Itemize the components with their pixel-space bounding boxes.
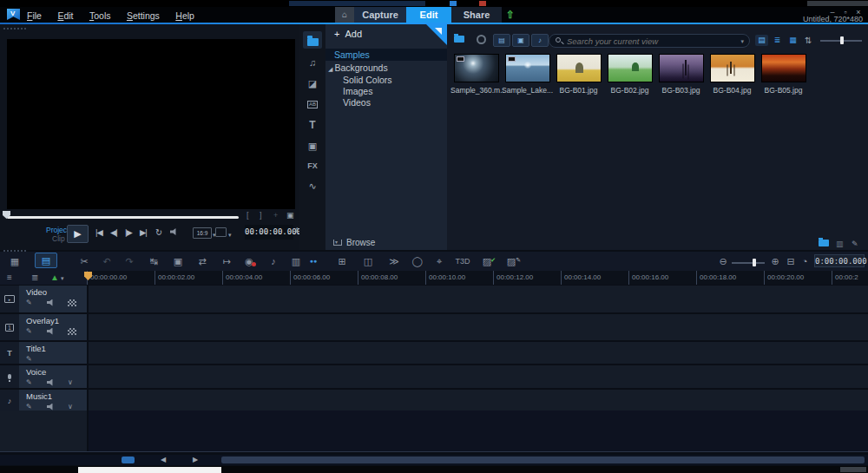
step-back-button[interactable]: ◀| bbox=[110, 227, 117, 237]
panel-grip[interactable] bbox=[3, 28, 26, 30]
menu-help[interactable]: Help bbox=[169, 8, 201, 23]
ripple-all-button[interactable]: ▲ bbox=[50, 273, 59, 282]
color-grading-button[interactable]: ●● bbox=[306, 254, 321, 268]
title-category-button[interactable]: T bbox=[303, 116, 322, 134]
redo-button[interactable]: ↷ bbox=[122, 254, 137, 268]
loop-button[interactable]: ↻ bbox=[155, 227, 162, 237]
split-clip-button[interactable]: + bbox=[273, 211, 278, 220]
thumbnail-size-slider[interactable] bbox=[820, 40, 862, 42]
pennant-flag-icon[interactable] bbox=[426, 24, 447, 45]
gallery-import-button[interactable] bbox=[819, 240, 829, 248]
preview-timecode[interactable]: 00:00:00.000 bbox=[245, 225, 293, 240]
mask-creator-button[interactable]: ▨✔ bbox=[479, 254, 495, 268]
edit-pencil-icon[interactable]: ✎ bbox=[26, 355, 47, 363]
3d-title-button[interactable]: T3D bbox=[455, 254, 470, 268]
timeline-zoom-slider[interactable] bbox=[732, 262, 765, 264]
timeline-ruler[interactable]: 00:00:00.0000:00:02.0000:00:04.0000:00:0… bbox=[87, 271, 868, 285]
track-header[interactable]: 1 Overlay1 ✎ bbox=[0, 314, 87, 340]
preview-monitor[interactable] bbox=[7, 39, 295, 209]
tab-capture[interactable]: Capture bbox=[354, 7, 406, 23]
wave-toggle-icon[interactable]: ∨ bbox=[68, 403, 73, 411]
search-input[interactable] bbox=[567, 36, 727, 46]
split-screen-button[interactable]: ◫ bbox=[360, 254, 376, 268]
mute-speaker-icon[interactable] bbox=[47, 379, 55, 386]
transition-category-button[interactable]: ◪ bbox=[303, 75, 322, 92]
tab-edit[interactable]: Edit bbox=[406, 7, 451, 23]
motion-tracking-button[interactable]: ⌖ bbox=[431, 254, 447, 268]
freehand-motion-button[interactable]: ◯ bbox=[410, 254, 425, 268]
volume-button[interactable] bbox=[170, 227, 191, 237]
scrollbar-mode-icon[interactable] bbox=[122, 457, 135, 463]
edit-pencil-icon[interactable]: ✎ bbox=[26, 403, 47, 411]
menu-tools[interactable]: Tools bbox=[83, 8, 117, 23]
view-grid-button[interactable]: ▦ bbox=[786, 35, 799, 46]
edit-pencil-icon[interactable]: ✎ bbox=[26, 327, 47, 335]
audio-category-button[interactable]: ♫ bbox=[303, 54, 322, 71]
mark-out-button[interactable]: ] bbox=[260, 211, 262, 220]
tab-share[interactable]: Share bbox=[451, 7, 502, 23]
track-header[interactable]: ♪ Music1 ✎ ∨ bbox=[0, 390, 87, 412]
slider-thumb[interactable] bbox=[840, 36, 844, 44]
video-track-lane[interactable] bbox=[87, 286, 868, 312]
zoom-in-button[interactable]: ⊕ bbox=[767, 254, 783, 268]
go-end-button[interactable]: ▶| bbox=[140, 227, 147, 237]
filter-audio-button[interactable]: ♪ bbox=[531, 34, 549, 47]
overlay-track-lane[interactable] bbox=[87, 314, 868, 340]
title-track-lane[interactable] bbox=[87, 342, 868, 364]
media-category-button[interactable] bbox=[303, 31, 322, 49]
overlay-category-button[interactable]: ▣ bbox=[303, 137, 322, 154]
record-capture-option-button[interactable]: ◉ bbox=[241, 254, 257, 268]
timeline-timecode[interactable]: 0:00:00.000 bbox=[814, 254, 865, 267]
media-thumbnail[interactable]: BG-B02.jpg bbox=[604, 54, 655, 120]
slider-thumb[interactable] bbox=[753, 259, 756, 266]
enlarge-caret-icon[interactable]: ▾ bbox=[228, 232, 232, 239]
filter-photo-button[interactable]: ▣ bbox=[512, 34, 529, 47]
transparency-icon[interactable] bbox=[68, 299, 76, 306]
voice-track-lane[interactable] bbox=[87, 365, 868, 388]
media-thumbnail[interactable]: BG-B01.jpg bbox=[553, 54, 604, 120]
menu-edit[interactable]: Edit bbox=[51, 8, 79, 23]
tree-item-samples[interactable]: Samples bbox=[326, 49, 447, 61]
storyboard-view-button[interactable]: ▦ bbox=[7, 254, 23, 268]
track-header[interactable]: ▸ Video ✎ bbox=[0, 286, 87, 312]
speed-button[interactable]: ≫ bbox=[386, 254, 402, 268]
tree-item-backgrounds[interactable]: ◢Backgrounds bbox=[326, 62, 447, 74]
track-manager-button[interactable]: ≡ bbox=[7, 273, 12, 282]
wave-toggle-icon[interactable]: ∨ bbox=[68, 378, 73, 386]
trim-button[interactable]: ↹ bbox=[146, 254, 161, 268]
menu-settings[interactable]: Settings bbox=[121, 8, 166, 23]
mute-speaker-icon[interactable] bbox=[47, 328, 55, 335]
expand-icon[interactable]: ◢ bbox=[328, 66, 332, 72]
scrubber-track[interactable] bbox=[7, 216, 239, 219]
tree-item-solid-colors[interactable]: Solid Colors bbox=[326, 74, 447, 86]
sound-mixer-button[interactable]: ▥ bbox=[288, 254, 304, 268]
motion-category-button[interactable]: ∿ bbox=[303, 177, 322, 194]
track-header[interactable]: Voice ✎ ∨ bbox=[0, 365, 87, 388]
fit-project-button[interactable]: ▣ bbox=[170, 254, 186, 268]
fx-category-button[interactable]: FX bbox=[303, 157, 322, 174]
track-header[interactable]: T Title1 ✎ bbox=[0, 342, 87, 364]
tree-item-videos[interactable]: Videos bbox=[326, 96, 447, 108]
enlarge-preview-button[interactable] bbox=[215, 227, 227, 237]
mark-in-button[interactable]: [ bbox=[247, 211, 249, 220]
mask-editor-button[interactable]: ▨✎ bbox=[503, 254, 519, 268]
scroll-right-button[interactable]: ▶ bbox=[193, 456, 198, 463]
tree-item-images[interactable]: Images bbox=[326, 85, 447, 97]
template-category-button[interactable]: AB bbox=[303, 95, 322, 113]
pip-button[interactable]: ⊞ bbox=[334, 254, 350, 268]
split-clip-button[interactable]: ✂ bbox=[76, 254, 92, 268]
library-panel-button[interactable]: ▥ bbox=[836, 240, 844, 248]
search-caret-icon[interactable]: ▾ bbox=[740, 38, 744, 45]
zoom-out-button[interactable]: ⊖ bbox=[715, 254, 731, 268]
ripple-caret-icon[interactable]: ▾ bbox=[61, 275, 64, 282]
transparency-icon[interactable] bbox=[68, 328, 76, 335]
view-thumbnail-button[interactable]: ▤ bbox=[755, 35, 768, 46]
add-track-button[interactable]: ≣ bbox=[31, 273, 38, 282]
home-icon[interactable]: ⌂ bbox=[335, 7, 354, 23]
timeline-empty-area[interactable] bbox=[89, 411, 868, 451]
music-track-lane[interactable] bbox=[87, 390, 868, 412]
step-forward-button[interactable]: |▶ bbox=[125, 227, 132, 237]
go-start-button[interactable]: |◀ bbox=[95, 227, 102, 237]
play-button[interactable]: ▶ bbox=[67, 225, 89, 243]
media-thumbnail[interactable]: BG-B03.jpg bbox=[655, 54, 707, 120]
